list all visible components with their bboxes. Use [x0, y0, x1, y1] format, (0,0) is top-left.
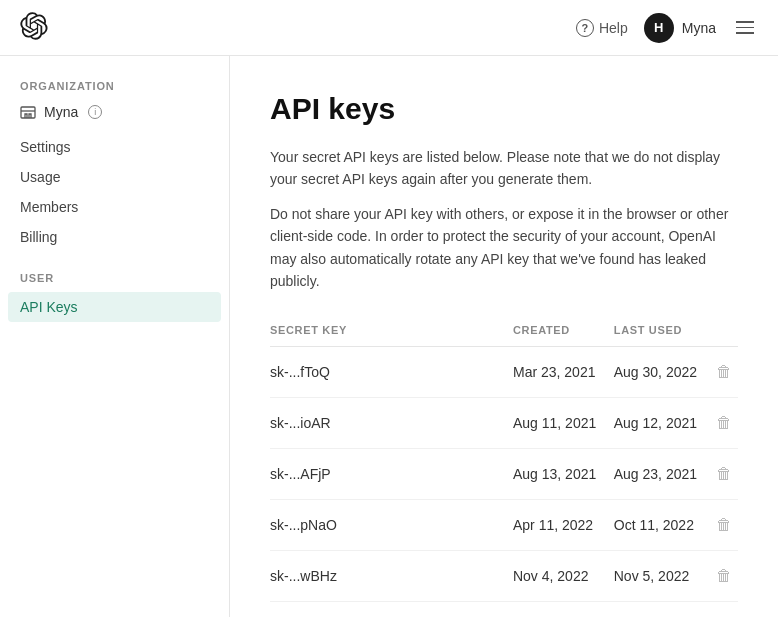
- logo-area: [20, 12, 48, 44]
- last-used-date: Aug 12, 2021: [614, 398, 711, 449]
- hamburger-menu-button[interactable]: [732, 17, 758, 38]
- created-date: Apr 11, 2022: [513, 500, 614, 551]
- last-used-date: Aug 23, 2021: [614, 449, 711, 500]
- page-title: API keys: [270, 92, 738, 126]
- description-2: Do not share your API key with others, o…: [270, 203, 738, 293]
- user-section: USER API Keys: [0, 272, 229, 322]
- sidebar-item-billing[interactable]: Billing: [0, 222, 229, 252]
- user-area: H Myna: [644, 13, 716, 43]
- org-info-icon[interactable]: i: [88, 105, 102, 119]
- table-row: sk-...pNaOApr 11, 2022Oct 11, 2022🗑: [270, 500, 738, 551]
- avatar: H: [644, 13, 674, 43]
- created-date: Nov 4, 2022: [513, 551, 614, 602]
- org-name: Myna: [44, 104, 78, 120]
- key-value: sk-...wBHz: [270, 551, 513, 602]
- key-value: sk-...AFjP: [270, 449, 513, 500]
- created-date: Aug 11, 2021: [513, 398, 614, 449]
- table-row: sk-...wBHzNov 4, 2022Nov 5, 2022🗑: [270, 551, 738, 602]
- user-section-label: USER: [0, 272, 229, 292]
- key-value: sk-...pNaO: [270, 500, 513, 551]
- col-header-action: [710, 316, 738, 347]
- svg-rect-0: [21, 107, 35, 118]
- org-building-icon: [20, 104, 36, 120]
- last-used-date: Aug 30, 2022: [614, 347, 711, 398]
- menu-line-1: [736, 21, 754, 23]
- sidebar: ORGANIZATION Myna i Settings Usage Membe…: [0, 56, 230, 617]
- main-layout: ORGANIZATION Myna i Settings Usage Membe…: [0, 56, 778, 617]
- org-row: Myna i: [0, 100, 229, 132]
- menu-line-2: [736, 27, 754, 29]
- delete-key-button[interactable]: 🗑: [716, 363, 732, 380]
- delete-key-button[interactable]: 🗑: [716, 567, 732, 584]
- main-content: API keys Your secret API keys are listed…: [230, 56, 778, 617]
- col-header-lastused: LAST USED: [614, 316, 711, 347]
- last-used-date: Nov 5, 2022: [614, 551, 711, 602]
- delete-key-cell: 🗑: [710, 449, 738, 500]
- delete-key-cell: 🗑: [710, 551, 738, 602]
- sidebar-item-usage[interactable]: Usage: [0, 162, 229, 192]
- table-row: sk-...AFjPAug 13, 2021Aug 23, 2021🗑: [270, 449, 738, 500]
- menu-line-3: [736, 32, 754, 34]
- sidebar-item-api-keys[interactable]: API Keys: [8, 292, 221, 322]
- key-value: sk-...fToQ: [270, 347, 513, 398]
- help-label: Help: [599, 20, 628, 36]
- user-name: Myna: [682, 20, 716, 36]
- help-button[interactable]: ? Help: [576, 19, 628, 37]
- api-keys-table: SECRET KEY CREATED LAST USED sk-...fToQM…: [270, 316, 738, 602]
- key-value: sk-...ioAR: [270, 398, 513, 449]
- openai-logo-icon: [20, 12, 48, 40]
- delete-key-button[interactable]: 🗑: [716, 414, 732, 431]
- org-section-label: ORGANIZATION: [0, 80, 229, 100]
- description-1: Your secret API keys are listed below. P…: [270, 146, 738, 191]
- sidebar-item-members[interactable]: Members: [0, 192, 229, 222]
- help-icon: ?: [576, 19, 594, 37]
- created-date: Aug 13, 2021: [513, 449, 614, 500]
- table-row: sk-...ioARAug 11, 2021Aug 12, 2021🗑: [270, 398, 738, 449]
- col-header-created: CREATED: [513, 316, 614, 347]
- delete-key-cell: 🗑: [710, 398, 738, 449]
- col-header-key: SECRET KEY: [270, 316, 513, 347]
- last-used-date: Oct 11, 2022: [614, 500, 711, 551]
- delete-key-button[interactable]: 🗑: [716, 516, 732, 533]
- delete-key-button[interactable]: 🗑: [716, 465, 732, 482]
- delete-key-cell: 🗑: [710, 500, 738, 551]
- table-row: sk-...fToQMar 23, 2021Aug 30, 2022🗑: [270, 347, 738, 398]
- sidebar-item-settings[interactable]: Settings: [0, 132, 229, 162]
- created-date: Mar 23, 2021: [513, 347, 614, 398]
- delete-key-cell: 🗑: [710, 347, 738, 398]
- top-navigation: ? Help H Myna: [0, 0, 778, 56]
